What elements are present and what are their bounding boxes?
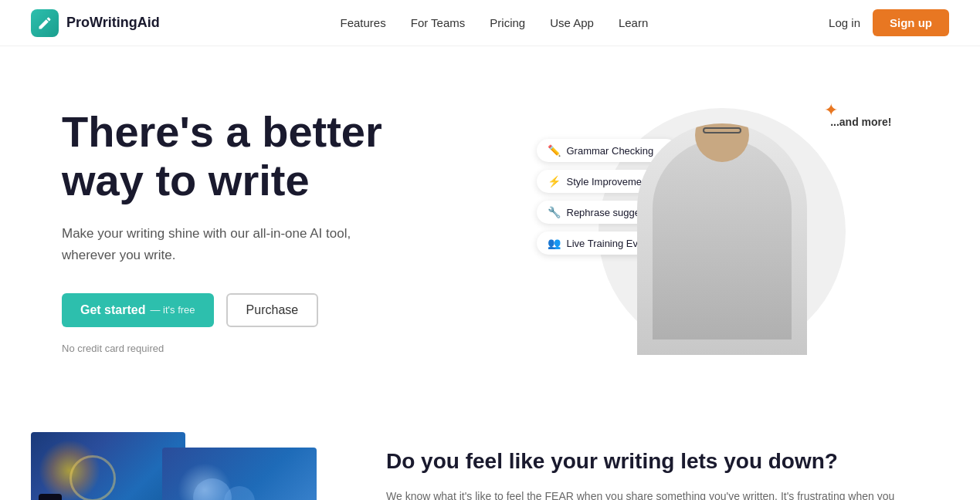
rephrase-icon: 🔧 — [548, 206, 561, 218]
hero-left: There's a better way to write Make your … — [62, 93, 494, 354]
login-button[interactable]: Log in — [829, 16, 860, 29]
nav-actions: Log in Sign up — [829, 9, 949, 36]
hero-right: ✏️ Grammar Checking ⚡ Style Improvements… — [494, 93, 949, 386]
section2-description: We know what it's like to feel the FEAR … — [386, 488, 918, 500]
hero-buttons: Get started — it's free Purchase — [62, 293, 494, 327]
navbar: ProWritingAid Features For Teams Pricing… — [0, 0, 980, 46]
hero-person-body — [653, 139, 792, 340]
hero-section: There's a better way to write Make your … — [0, 46, 980, 417]
brand-name: ProWritingAid — [66, 15, 160, 31]
no-credit-text: No credit card required — [62, 343, 494, 354]
hero-title: There's a better way to write — [62, 108, 494, 204]
signup-button[interactable]: Sign up — [873, 9, 949, 36]
hero-subtitle: Make your writing shine with our all-in-… — [62, 223, 355, 265]
get-started-button[interactable]: Get started — it's free — [62, 293, 214, 327]
more-text: ...and more! — [830, 116, 891, 128]
grammar-icon: ✏️ — [548, 144, 561, 157]
training-icon: 👥 — [548, 237, 561, 249]
section2-left: My idea in my head — [31, 432, 340, 500]
style-icon: ⚡ — [548, 175, 561, 188]
nav-use-app[interactable]: Use App — [550, 16, 594, 29]
nav-learn[interactable]: Learn — [619, 16, 648, 29]
starry-night-container: My idea in my head — [31, 432, 317, 500]
hero-person-illustration — [637, 123, 807, 355]
star-decoration: ✦ — [824, 100, 838, 120]
brand-logo[interactable]: ProWritingAid — [31, 9, 160, 37]
section2-right: Do you feel like your writing lets you d… — [386, 432, 918, 500]
nav-links: Features For Teams Pricing Use App Learn — [341, 16, 649, 30]
free-tag: — it's free — [150, 304, 195, 316]
purchase-button[interactable]: Purchase — [226, 293, 319, 327]
section2-title: Do you feel like your writing lets you d… — [386, 448, 918, 475]
nav-for-teams[interactable]: For Teams — [411, 16, 466, 29]
nav-pricing[interactable]: Pricing — [490, 16, 525, 29]
starry-swirl-2 — [70, 455, 116, 500]
nav-features[interactable]: Features — [341, 16, 386, 29]
blue-canvas-card — [162, 448, 317, 500]
section2: My idea in my head Do you feel like your… — [0, 417, 980, 500]
hero-image-area: ✏️ Grammar Checking ⚡ Style Improvements… — [560, 93, 884, 355]
logo-icon — [31, 9, 59, 37]
